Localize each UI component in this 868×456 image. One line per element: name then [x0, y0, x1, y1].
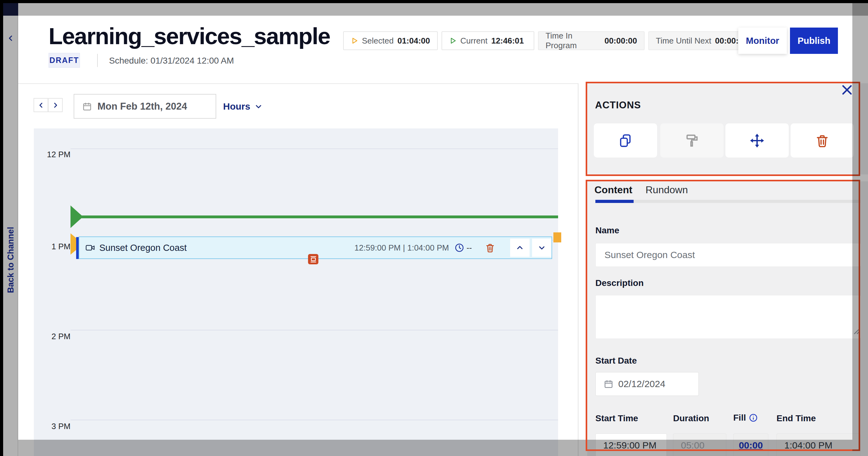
info-icon[interactable]	[749, 414, 758, 422]
end-time-label: End Time	[776, 414, 816, 423]
actions-heading: ACTIONS	[595, 100, 641, 111]
fill-label: Fill	[733, 413, 746, 423]
publish-button[interactable]: Publish	[790, 28, 838, 54]
time-in-program-chip: Time In Program 00:00:00	[538, 31, 645, 50]
selected-time-chip: Selected 01:04:00	[343, 31, 438, 50]
hour-label: 3 PM	[31, 422, 70, 431]
delete-clip-button[interactable]	[790, 123, 854, 158]
start-date-input[interactable]: 02/12/2024	[595, 372, 699, 396]
header-divider	[97, 54, 98, 67]
chip-value: 12:46:01	[491, 36, 524, 46]
fill-value-link[interactable]: 00:00	[739, 440, 763, 451]
tab-rundown[interactable]: Rundown	[646, 184, 688, 196]
trash-icon[interactable]	[485, 243, 495, 253]
view-mode-value: Hours	[223, 101, 250, 112]
tab-content[interactable]: Content	[594, 184, 632, 196]
close-icon	[841, 84, 853, 96]
clip-clock-value: --	[467, 243, 472, 253]
clip-time-range: 12:59:00 PM | 1:04:00 PM	[354, 243, 449, 253]
app-screenshot: Back to Channel Learning_services_sample…	[0, 0, 868, 456]
move-clip-down-button[interactable]	[532, 239, 552, 257]
chevron-up-icon	[516, 244, 524, 252]
chip-label: Selected	[362, 36, 394, 46]
play-outline-icon	[351, 37, 358, 44]
chevron-left-icon	[7, 34, 14, 42]
calendar-icon	[604, 379, 613, 389]
chevron-down-icon	[255, 103, 262, 110]
duration-label: Duration	[673, 414, 709, 423]
collapse-sidebar-button[interactable]	[7, 34, 14, 42]
close-panel-button[interactable]	[841, 84, 853, 96]
chip-label: Current	[460, 36, 488, 46]
copy-icon	[618, 133, 633, 148]
next-day-button[interactable]	[48, 98, 63, 112]
date-picker[interactable]: Mon Feb 12th, 2024	[74, 94, 216, 119]
hour-label: 2 PM	[31, 332, 70, 341]
hour-label: 1 PM	[31, 242, 70, 252]
videocam-icon	[86, 243, 95, 253]
insert-indicator-icon	[308, 254, 318, 264]
chevron-down-icon	[538, 244, 546, 252]
paint-apply-button[interactable]	[660, 123, 723, 158]
name-input[interactable]	[595, 243, 861, 267]
move-icon	[750, 133, 764, 148]
hour-label: 12 PM	[31, 150, 70, 159]
clip-accent-bar	[76, 237, 79, 259]
monitor-button[interactable]: Monitor	[738, 28, 787, 54]
chip-value: 00:00:00	[604, 36, 637, 46]
schedule-timeline[interactable]	[34, 128, 558, 456]
play-outline-icon	[449, 37, 457, 44]
start-time-input[interactable]	[595, 433, 667, 456]
fill-label-group: Fill	[733, 413, 758, 423]
date-picker-value: Mon Feb 12th, 2024	[97, 101, 187, 112]
description-label: Description	[595, 278, 644, 288]
chip-label: Time Until Next	[656, 36, 711, 46]
resize-handle-icon[interactable]	[850, 325, 861, 336]
prev-day-button[interactable]	[34, 98, 48, 112]
header-separator	[18, 83, 578, 84]
back-to-channel-link[interactable]: Back to Channel	[6, 227, 16, 293]
tab-track	[595, 200, 861, 203]
duration-input[interactable]	[673, 433, 726, 456]
clip-title: Sunset Oregon Coast	[99, 243, 187, 253]
clock-icon	[455, 243, 464, 253]
calendar-icon	[83, 102, 92, 111]
fill-input[interactable]: 00:00	[733, 433, 768, 456]
name-label: Name	[595, 226, 619, 235]
active-tab-indicator	[595, 200, 633, 203]
trash-icon	[815, 133, 830, 148]
sidebar-header	[3, 3, 18, 15]
end-time-input[interactable]	[776, 433, 861, 456]
paint-roller-icon	[685, 133, 699, 148]
chevron-left-icon	[38, 102, 44, 109]
timeline-edge-marker	[553, 232, 561, 242]
hour-gridline	[70, 149, 558, 149]
hour-gridline	[70, 330, 558, 330]
page-title: Learning_services_sample	[49, 23, 343, 52]
start-time-label: Start Time	[595, 414, 638, 423]
start-date-label: Start Date	[595, 356, 637, 366]
playhead-line	[75, 216, 558, 218]
duplicate-clip-button[interactable]	[594, 123, 657, 158]
insert-glyph	[309, 255, 317, 263]
panel-divider	[578, 83, 579, 456]
hour-gridline	[70, 420, 558, 420]
schedule-label: Schedule: 01/31/2024 12:00 AM	[109, 56, 234, 66]
view-mode-dropdown[interactable]: Hours	[223, 100, 262, 113]
start-date-value: 02/12/2024	[618, 379, 665, 389]
chevron-right-icon	[52, 102, 59, 109]
move-clip-up-button[interactable]	[510, 239, 530, 257]
description-input[interactable]	[595, 295, 861, 339]
current-time-chip: Current 12:46:01	[441, 31, 534, 50]
status-badge: DRAFT	[49, 53, 80, 68]
chip-label: Time In Program	[546, 31, 601, 51]
move-clip-button[interactable]	[725, 123, 789, 158]
chip-value: 01:04:00	[397, 36, 430, 46]
